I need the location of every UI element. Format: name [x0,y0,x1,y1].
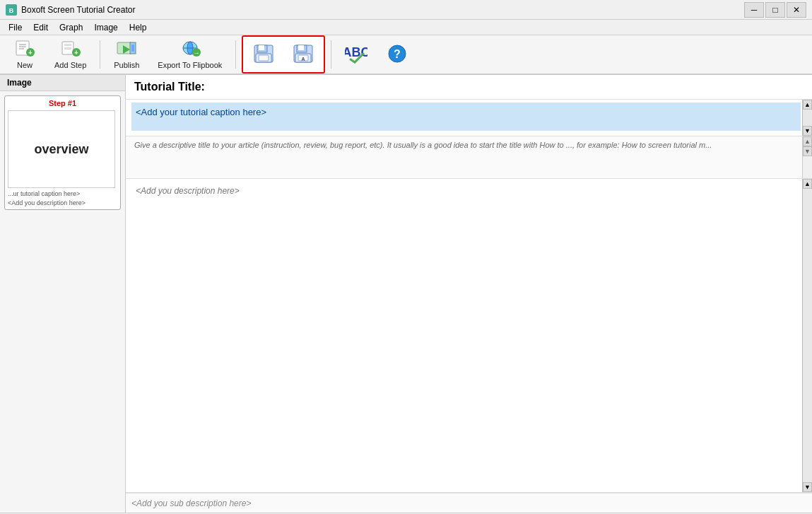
addstep-icon: + [61,40,81,59]
spellcheck-icon: ABC [345,44,367,66]
menu-help[interactable]: Help [124,21,153,34]
caption-area: ▲ ▼ [126,100,812,136]
sep1 [100,40,100,69]
hint-text: Give a descriptive title to your article… [134,141,712,149]
addstep-label: Add Step [54,61,86,69]
hint-scrollbar[interactable]: ▲ ▼ [802,136,812,178]
tutorial-title-label: Tutorial Title: [134,81,205,93]
sidebar-tab: Image [0,75,125,91]
titlebar-controls: ─ □ ✕ [744,2,806,18]
sep2 [235,40,236,69]
caption-scroll-down[interactable]: ▼ [803,126,812,136]
menu-edit[interactable]: Edit [28,21,54,34]
new-label: New [17,61,33,69]
titlebar-left: B Boxoft Screen Tutorial Creator [6,4,135,16]
caption-scroll-up[interactable]: ▲ [803,100,812,110]
save-button[interactable] [245,38,283,71]
menu-file[interactable]: File [3,21,28,34]
svg-rect-10 [64,47,71,49]
slide-panel: Step #1 overview ...ur tutorial caption … [0,91,125,513]
menu-graph[interactable]: Graph [54,21,88,34]
new-button[interactable]: + New [6,38,44,71]
app-icon: B [6,4,17,16]
svg-text:ABC: ABC [345,45,367,59]
description-scroll-up[interactable]: ▲ [803,179,812,189]
new-icon: + [15,40,35,59]
export-flipbook-icon: → [180,40,201,59]
caption-input[interactable] [131,103,801,131]
svg-text:+: + [74,49,78,57]
description-area: ▲ ▼ [126,179,812,493]
svg-rect-16 [131,45,134,52]
sep3 [331,40,331,69]
svg-rect-26 [259,55,269,61]
description-scroll-track [803,189,812,482]
save-as-icon: A [293,44,314,66]
save-icon [253,44,274,66]
content-area: Tutorial Title: ▲ ▼ Give a descriptive t… [126,75,812,513]
publish-icon [116,40,137,59]
addstep-button[interactable]: + Add Step [47,38,94,71]
help-button[interactable]: ? [378,38,416,71]
menubar: File Edit Graph Image Help [0,20,812,35]
svg-rect-9 [64,44,71,46]
hint-area: Give a descriptive title to your article… [126,136,812,179]
menu-image[interactable]: Image [88,21,123,34]
svg-text:B: B [9,7,14,14]
publish-label: Publish [114,61,139,69]
caption-scrollbar[interactable]: ▲ ▼ [802,100,812,136]
publish-button[interactable]: Publish [106,38,147,71]
hint-scroll-down[interactable]: ▼ [803,146,812,156]
description-input[interactable] [131,182,801,489]
description-scroll-down[interactable]: ▼ [803,482,812,492]
svg-text:A: A [302,57,305,62]
app-title: Boxoft Screen Tutorial Creator [21,5,135,15]
caption-scroll-track [803,110,812,126]
help-icon: ? [387,44,407,66]
slide-item[interactable]: Step #1 overview ...ur tutorial caption … [4,95,121,210]
svg-text:+: + [28,49,33,57]
svg-text:→: → [193,49,200,57]
save-group: A [242,35,325,74]
spellcheck-button[interactable]: ABC [337,38,375,71]
slide-caption: ...ur tutorial caption here> [8,190,117,197]
sub-description-placeholder: <Add you sub description here> [131,498,251,508]
titlebar: B Boxoft Screen Tutorial Creator ─ □ ✕ [0,0,812,20]
step-label: Step #1 [8,99,117,107]
minimize-button[interactable]: ─ [744,2,764,18]
svg-rect-29 [298,45,304,50]
slide-thumbnail: overview [8,110,115,188]
maximize-button[interactable]: □ [765,2,785,18]
sub-description-bar: <Add you sub description here> [126,493,812,513]
toolbar: + New + Add Step Publish [0,35,812,75]
export-flipbook-button[interactable]: → Export To Flipbook [150,38,230,71]
sidebar: Image Step #1 overview ...ur tutorial ca… [0,75,126,513]
close-button[interactable]: ✕ [787,2,806,18]
save-as-button[interactable]: A [284,38,322,71]
export-flipbook-label: Export To Flipbook [158,61,222,69]
description-scrollbar[interactable]: ▲ ▼ [802,179,812,492]
main: Image Step #1 overview ...ur tutorial ca… [0,75,812,513]
tutorial-title-bar: Tutorial Title: [126,75,812,100]
svg-rect-24 [259,45,264,50]
hint-scroll-up[interactable]: ▲ [803,136,812,146]
slide-description: <Add you description here> [8,199,117,206]
svg-text:?: ? [394,48,401,60]
